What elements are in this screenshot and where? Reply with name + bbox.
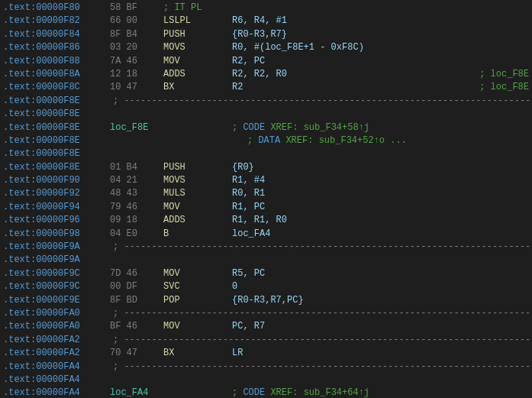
line-addr: .text:00000F8E	[3, 147, 110, 160]
line-operands: LR	[232, 347, 529, 360]
line-operands: R2	[232, 81, 473, 94]
line-operands: R0, #(loc_F8E+1 - 0xF8C)	[232, 41, 529, 54]
line-bytes: 10 47	[110, 81, 148, 94]
line-operands: R1, R1, R0	[232, 214, 529, 227]
line-addr: .text:00000F80	[3, 2, 110, 15]
code-line: .text:00000F8Eloc_F8E; CODE XREF: sub_F3…	[0, 121, 532, 134]
line-mnemonic: SVC	[148, 280, 232, 293]
line-addr: .text:00000F8A	[3, 68, 110, 81]
line-comment: ; loc_F8E	[473, 81, 529, 94]
line-addr: .text:00000F90	[3, 174, 110, 187]
line-mnemonic: MOVS	[148, 41, 232, 54]
line-separator: ; --------------------------------------…	[110, 95, 532, 108]
line-separator: ; --------------------------------------…	[110, 307, 532, 320]
line-mnemonic: PUSH	[148, 161, 232, 174]
line-separator: ; --------------------------------------…	[110, 361, 532, 374]
line-mnemonic: PUSH	[148, 28, 232, 41]
line-separator: ; --------------------------------------…	[110, 334, 532, 347]
code-line: .text:00000FA270 47BXLR	[0, 347, 532, 360]
line-addr: .text:00000F9A	[3, 254, 110, 267]
code-line: .text:00000F8E; DATA XREF: sub_F34+52↑o …	[0, 134, 532, 147]
code-line: .text:00000FA0; ------------------------…	[0, 307, 532, 320]
line-addr: .text:00000F94	[3, 201, 110, 214]
line-mnemonic: BX	[148, 347, 232, 360]
line-addr: .text:00000F86	[3, 41, 110, 54]
line-mnemonic: MOV	[148, 267, 232, 280]
line-mnemonic: MOVS	[148, 174, 232, 187]
line-bytes: BF 46	[110, 320, 148, 333]
code-line: .text:00000FA4	[0, 374, 532, 387]
code-line: .text:00000F848F B4PUSH{R0-R3,R7}	[0, 28, 532, 41]
line-bytes: 00 DF	[110, 280, 148, 293]
line-addr: .text:00000F84	[3, 28, 110, 41]
line-addr: .text:00000FA2	[3, 334, 110, 347]
code-line: .text:00000FA0BF 46MOVPC, R7	[0, 320, 532, 333]
line-label: loc_F8E	[110, 121, 217, 134]
code-line: .text:00000F887A 46MOVR2, PC	[0, 55, 532, 68]
code-line: .text:00000F8266 00LSLPLR6, R4, #1	[0, 15, 532, 28]
code-line: .text:00000F9E8F BDPOP{R0-R3,R7,PC}	[0, 294, 532, 307]
code-line: .text:00000F9A; ------------------------…	[0, 241, 532, 254]
line-operands: R0, R1	[232, 187, 529, 200]
line-bytes: 58 BF	[110, 2, 148, 15]
code-line: .text:00000FA4; ------------------------…	[0, 361, 532, 374]
code-line: .text:00000F8603 20MOVSR0, #(loc_F8E+1 -…	[0, 41, 532, 54]
line-addr: .text:00000F96	[3, 214, 110, 227]
line-bytes: 70 47	[110, 347, 148, 360]
code-line: .text:00000F9C7D 46MOVR5, PC	[0, 267, 532, 280]
line-operands: R5, PC	[232, 267, 529, 280]
line-operands: R6, R4, #1	[232, 15, 529, 28]
line-mnemonic: ADDS	[148, 214, 232, 227]
code-line: .text:00000F9609 18ADDSR1, R1, R0	[0, 214, 532, 227]
code-line: .text:00000F8E	[0, 147, 532, 160]
line-addr: .text:00000F8E	[3, 161, 110, 174]
line-operands: R2, R2, R0	[232, 68, 473, 81]
line-separator: ; --------------------------------------…	[110, 241, 532, 254]
line-bytes: 66 00	[110, 15, 148, 28]
line-operands: 0	[232, 280, 529, 293]
line-bytes: 09 18	[110, 214, 148, 227]
line-bytes: 79 46	[110, 201, 148, 214]
code-line: .text:00000F9248 43MULSR0, R1	[0, 187, 532, 200]
code-view: .text:00000F8058 BF; IT PL.text:00000F82…	[0, 0, 532, 398]
line-addr: .text:00000F8E	[3, 121, 110, 134]
code-line: .text:00000F9004 21MOVSR1, #4	[0, 174, 532, 187]
line-operands: {R0-R3,R7}	[232, 28, 529, 41]
line-addr: .text:00000FA0	[3, 320, 110, 333]
line-addr: .text:00000F82	[3, 15, 110, 28]
code-line: .text:00000FA4loc_FA4; CODE XREF: sub_F3…	[0, 387, 532, 398]
line-bytes: 8F BD	[110, 294, 148, 307]
line-mnemonic: MOV	[148, 201, 232, 214]
line-operands: loc_FA4	[232, 228, 529, 241]
line-addr: .text:00000F9C	[3, 280, 110, 293]
code-line: .text:00000FA2; ------------------------…	[0, 334, 532, 347]
line-bytes: 7A 46	[110, 55, 148, 68]
code-line: .text:00000F8A12 18ADDSR2, R2, R0; loc_F…	[0, 68, 532, 81]
line-bytes: 12 18	[110, 68, 148, 81]
line-operands: {R0}	[232, 161, 529, 174]
line-operands: R2, PC	[232, 55, 529, 68]
line-bytes: 48 43	[110, 187, 148, 200]
code-line: .text:00000F8E	[0, 108, 532, 121]
line-addr: .text:00000F9E	[3, 294, 110, 307]
line-mnemonic: POP	[148, 294, 232, 307]
code-line: .text:00000F8E; ------------------------…	[0, 95, 532, 108]
line-addr: .text:00000F98	[3, 228, 110, 241]
line-addr: .text:00000FA0	[3, 307, 110, 320]
line-mnemonic: ADDS	[148, 68, 232, 81]
line-bytes: 7D 46	[110, 267, 148, 280]
line-bytes: 04 E0	[110, 228, 148, 241]
line-addr: .text:00000FA4	[3, 387, 110, 398]
line-label: loc_FA4	[110, 387, 217, 398]
code-line: .text:00000F9C00 DFSVC0	[0, 280, 532, 293]
line-addr: .text:00000FA4	[3, 361, 110, 374]
line-addr: .text:00000F8E	[3, 134, 110, 147]
line-comment: ; IT PL	[148, 2, 202, 15]
line-mnemonic: MOV	[148, 55, 232, 68]
line-mnemonic: B	[148, 228, 232, 241]
code-line: .text:00000F8E01 B4PUSH{R0}	[0, 161, 532, 174]
line-operands: R1, PC	[232, 201, 529, 214]
line-addr: .text:00000F8C	[3, 81, 110, 94]
line-operands: {R0-R3,R7,PC}	[232, 294, 529, 307]
code-line: .text:00000F9A	[0, 254, 532, 267]
